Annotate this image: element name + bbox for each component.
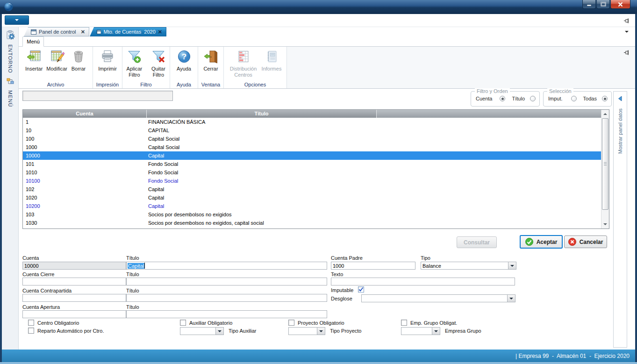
scroll-up-icon[interactable] (601, 110, 609, 118)
proyecto-obligatorio-label: Proyecto Obligatorio (298, 320, 344, 326)
menu-dropdown-button[interactable] (5, 15, 29, 25)
tab-panel-de-control[interactable]: Panel de control ✕ (24, 27, 89, 36)
maximize-button[interactable] (596, 0, 610, 9)
scroll-down-icon[interactable] (601, 221, 609, 228)
cuenta-cierre-field[interactable] (22, 278, 126, 285)
sidebar-item-menu[interactable]: MENÚ (7, 90, 13, 107)
cuenta-contrapartida-field[interactable] (22, 294, 126, 302)
cuenta-contrapartida-label: Cuenta Contrapartida (22, 288, 72, 293)
org-chart-icon[interactable] (6, 78, 14, 86)
tipo-proyecto-combobox[interactable] (288, 327, 325, 335)
grid-row[interactable]: 100Capital Social (23, 135, 609, 143)
chevron-down-icon[interactable] (215, 328, 223, 335)
grid-row[interactable]: 1010Fondo Social (23, 168, 609, 177)
seleccion-fieldset: Selección Imput. Todas (543, 91, 612, 107)
emp-grupo-obligat-checkbox[interactable] (401, 320, 407, 326)
grid-row[interactable]: 1020Capital (23, 193, 609, 202)
titulo-field[interactable]: Capital (126, 262, 327, 270)
close-button[interactable] (610, 0, 630, 9)
tab-list-dropdown-icon[interactable] (625, 31, 629, 35)
grid-row[interactable]: 1000Capital Social (23, 143, 609, 151)
grid-row[interactable]: 103Socios por desembolsos no exigidos (23, 210, 609, 219)
tipo-combobox[interactable]: Balance (421, 262, 516, 270)
selected-text: Capital (128, 263, 144, 269)
centro-obligatorio-checkbox[interactable] (28, 320, 34, 326)
cuenta-radio[interactable] (500, 96, 505, 101)
grid-row[interactable]: 1030Socios por desembolsos no exigidos, … (23, 219, 609, 227)
check-icon (358, 287, 364, 292)
ribbon-group-label: Ventana (198, 82, 223, 87)
tipo-proyecto-label: Tipo Proyecto (330, 328, 361, 334)
column-header-titulo[interactable]: Título (147, 110, 377, 118)
search-input[interactable] (22, 91, 173, 101)
ribbon-tab-menu[interactable]: Menú (22, 36, 44, 47)
chevron-down-icon[interactable] (507, 295, 515, 302)
ribbon-group-label: Filtro (122, 82, 170, 87)
titulo-apertura-field[interactable] (126, 310, 327, 318)
grid-row[interactable]: 101Fondo Social (23, 160, 609, 168)
column-header-cuenta[interactable]: Cuenta (23, 110, 147, 118)
quick-access-strip (2, 14, 635, 27)
scrollbar-thumb[interactable] (602, 118, 608, 210)
chevron-down-icon[interactable] (508, 262, 516, 269)
grid-row[interactable]: 102Capital (23, 185, 609, 193)
minimize-button[interactable] (582, 0, 596, 9)
data-panel-collapsed[interactable]: Mostrar panel datos (613, 91, 627, 348)
tab-mto-de-cuentas[interactable]: Mto. de Cuentas 2020 ✕ (90, 27, 166, 36)
desglose-combobox[interactable] (361, 294, 515, 302)
sidebar-item-entorno[interactable]: ENTORNO (7, 44, 13, 73)
tab-close-icon[interactable]: ✕ (81, 29, 85, 35)
document-tab-strip: Panel de control ✕ Mto. de Cuentas 2020 … (21, 27, 635, 36)
titulo-cierre-field[interactable] (126, 278, 327, 285)
cuenta-apertura-field[interactable] (22, 310, 126, 318)
grid-row[interactable]: 1FINANCIACIÓN BÁSICA (23, 118, 609, 126)
texto-field[interactable] (331, 278, 515, 285)
funnel-add-icon (127, 49, 142, 66)
dock-sidebar: ENTORNO MENÚ (2, 27, 19, 350)
imputable-checkbox[interactable] (358, 286, 364, 293)
fieldset-legend: Filtro y Orden (475, 88, 510, 94)
tab-close-icon[interactable]: ✕ (158, 29, 162, 35)
reparto-automatico-checkbox[interactable] (28, 328, 34, 334)
grid-row[interactable]: 10CAPITAL (23, 126, 609, 135)
grid-row[interactable]: 10200Capital (23, 202, 609, 210)
emp-grupo-obligat-label: Emp. Grupo Obligat. (410, 320, 457, 326)
clipboard-gear-icon[interactable] (5, 30, 15, 40)
reparto-automatico-label: Reparto Automático por Ctro. (37, 328, 104, 334)
imput-radio[interactable] (571, 96, 577, 101)
titulo-contrapartida-field[interactable] (126, 294, 327, 302)
app-body: Panel de control ✕ Mto. de Cuentas 2020 … (2, 14, 635, 350)
ribbon-group-label: Ayuda (170, 82, 198, 87)
aceptar-button[interactable]: Aceptar (520, 235, 563, 249)
ribbon-group-ayuda: ? Ayuda Ayuda (170, 47, 198, 88)
grid-row[interactable]: 10100Fondo Social (23, 177, 609, 185)
collapse-arrow-left-icon[interactable] (617, 95, 623, 102)
empresa-grupo-combobox[interactable] (401, 327, 440, 335)
titulo-cierre-label: Título (126, 271, 139, 277)
grid-header: Cuenta Título (23, 110, 609, 118)
maximize-icon (601, 2, 606, 7)
app-logo-icon (4, 2, 14, 12)
proyecto-obligatorio-checkbox[interactable] (288, 320, 294, 326)
centro-obligatorio-label: Centro Obligatorio (37, 320, 79, 326)
auxiliar-obligatorio-checkbox[interactable] (180, 320, 186, 326)
chevron-down-icon[interactable] (432, 328, 440, 335)
window-icon (97, 29, 101, 35)
pin-icon[interactable] (623, 18, 630, 24)
chevron-down-icon[interactable] (317, 328, 325, 335)
vertical-scrollbar[interactable] (601, 110, 609, 228)
window-controls (582, 0, 630, 9)
cuenta-padre-field[interactable] (331, 262, 415, 270)
consultar-button: Consultar (457, 236, 497, 248)
grid-row-selected[interactable]: 10000Capital (23, 151, 609, 160)
tipo-auxiliar-combobox[interactable] (180, 327, 224, 335)
exit-door-icon (203, 49, 218, 66)
cuenta-label: Cuenta (22, 255, 39, 261)
help-icon: ? (177, 49, 192, 66)
radio-label-titulo: Título (512, 96, 525, 101)
titulo-radio[interactable] (530, 96, 536, 101)
cuenta-field[interactable] (22, 262, 126, 270)
todas-radio[interactable] (602, 96, 608, 101)
cancelar-button[interactable]: Cancelar (564, 236, 607, 248)
ribbon-pin-icon[interactable] (623, 50, 630, 56)
